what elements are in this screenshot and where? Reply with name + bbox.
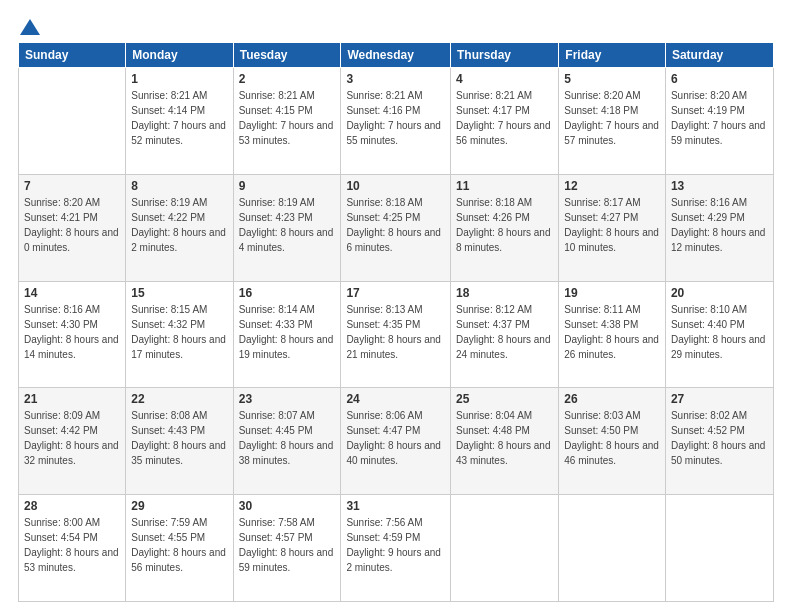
day-number: 26: [564, 392, 660, 406]
day-info: Sunrise: 8:08 AMSunset: 4:43 PMDaylight:…: [131, 408, 227, 468]
calendar-page: SundayMondayTuesdayWednesdayThursdayFrid…: [0, 0, 792, 612]
day-number: 21: [24, 392, 120, 406]
day-number: 23: [239, 392, 336, 406]
day-header-thursday: Thursday: [450, 43, 558, 68]
day-cell: 2Sunrise: 8:21 AMSunset: 4:15 PMDaylight…: [233, 68, 341, 175]
day-header-monday: Monday: [126, 43, 233, 68]
day-cell: 31Sunrise: 7:56 AMSunset: 4:59 PMDayligh…: [341, 495, 451, 602]
day-cell: 10Sunrise: 8:18 AMSunset: 4:25 PMDayligh…: [341, 174, 451, 281]
day-cell: 20Sunrise: 8:10 AMSunset: 4:40 PMDayligh…: [665, 281, 773, 388]
day-cell: [19, 68, 126, 175]
day-number: 22: [131, 392, 227, 406]
day-number: 2: [239, 72, 336, 86]
day-number: 27: [671, 392, 768, 406]
day-number: 31: [346, 499, 445, 513]
logo-icon: [19, 18, 41, 36]
day-number: 18: [456, 286, 553, 300]
day-info: Sunrise: 7:56 AMSunset: 4:59 PMDaylight:…: [346, 515, 445, 575]
header: [18, 18, 774, 32]
day-cell: 23Sunrise: 8:07 AMSunset: 4:45 PMDayligh…: [233, 388, 341, 495]
day-header-sunday: Sunday: [19, 43, 126, 68]
day-info: Sunrise: 8:19 AMSunset: 4:22 PMDaylight:…: [131, 195, 227, 255]
svg-marker-0: [20, 19, 40, 35]
day-cell: 22Sunrise: 8:08 AMSunset: 4:43 PMDayligh…: [126, 388, 233, 495]
day-number: 8: [131, 179, 227, 193]
day-cell: 4Sunrise: 8:21 AMSunset: 4:17 PMDaylight…: [450, 68, 558, 175]
week-row-4: 28Sunrise: 8:00 AMSunset: 4:54 PMDayligh…: [19, 495, 774, 602]
day-number: 7: [24, 179, 120, 193]
day-cell: 28Sunrise: 8:00 AMSunset: 4:54 PMDayligh…: [19, 495, 126, 602]
day-cell: 25Sunrise: 8:04 AMSunset: 4:48 PMDayligh…: [450, 388, 558, 495]
day-cell: 15Sunrise: 8:15 AMSunset: 4:32 PMDayligh…: [126, 281, 233, 388]
day-number: 24: [346, 392, 445, 406]
day-cell: [559, 495, 666, 602]
day-info: Sunrise: 8:16 AMSunset: 4:29 PMDaylight:…: [671, 195, 768, 255]
day-number: 29: [131, 499, 227, 513]
day-info: Sunrise: 7:58 AMSunset: 4:57 PMDaylight:…: [239, 515, 336, 575]
day-number: 3: [346, 72, 445, 86]
day-cell: 6Sunrise: 8:20 AMSunset: 4:19 PMDaylight…: [665, 68, 773, 175]
logo: [18, 18, 42, 32]
day-cell: 13Sunrise: 8:16 AMSunset: 4:29 PMDayligh…: [665, 174, 773, 281]
day-info: Sunrise: 8:20 AMSunset: 4:21 PMDaylight:…: [24, 195, 120, 255]
day-number: 28: [24, 499, 120, 513]
day-header-saturday: Saturday: [665, 43, 773, 68]
day-number: 25: [456, 392, 553, 406]
day-cell: 18Sunrise: 8:12 AMSunset: 4:37 PMDayligh…: [450, 281, 558, 388]
day-info: Sunrise: 8:00 AMSunset: 4:54 PMDaylight:…: [24, 515, 120, 575]
day-number: 19: [564, 286, 660, 300]
day-info: Sunrise: 8:11 AMSunset: 4:38 PMDaylight:…: [564, 302, 660, 362]
day-cell: 21Sunrise: 8:09 AMSunset: 4:42 PMDayligh…: [19, 388, 126, 495]
day-cell: 27Sunrise: 8:02 AMSunset: 4:52 PMDayligh…: [665, 388, 773, 495]
day-info: Sunrise: 8:21 AMSunset: 4:17 PMDaylight:…: [456, 88, 553, 148]
day-cell: 24Sunrise: 8:06 AMSunset: 4:47 PMDayligh…: [341, 388, 451, 495]
day-header-tuesday: Tuesday: [233, 43, 341, 68]
day-cell: 3Sunrise: 8:21 AMSunset: 4:16 PMDaylight…: [341, 68, 451, 175]
day-cell: 29Sunrise: 7:59 AMSunset: 4:55 PMDayligh…: [126, 495, 233, 602]
day-info: Sunrise: 8:02 AMSunset: 4:52 PMDaylight:…: [671, 408, 768, 468]
day-info: Sunrise: 8:13 AMSunset: 4:35 PMDaylight:…: [346, 302, 445, 362]
day-info: Sunrise: 8:12 AMSunset: 4:37 PMDaylight:…: [456, 302, 553, 362]
day-number: 1: [131, 72, 227, 86]
day-number: 5: [564, 72, 660, 86]
day-cell: 1Sunrise: 8:21 AMSunset: 4:14 PMDaylight…: [126, 68, 233, 175]
week-row-3: 21Sunrise: 8:09 AMSunset: 4:42 PMDayligh…: [19, 388, 774, 495]
day-info: Sunrise: 8:21 AMSunset: 4:15 PMDaylight:…: [239, 88, 336, 148]
day-number: 11: [456, 179, 553, 193]
day-info: Sunrise: 8:09 AMSunset: 4:42 PMDaylight:…: [24, 408, 120, 468]
day-info: Sunrise: 8:07 AMSunset: 4:45 PMDaylight:…: [239, 408, 336, 468]
day-number: 16: [239, 286, 336, 300]
day-cell: 30Sunrise: 7:58 AMSunset: 4:57 PMDayligh…: [233, 495, 341, 602]
day-number: 15: [131, 286, 227, 300]
day-info: Sunrise: 8:19 AMSunset: 4:23 PMDaylight:…: [239, 195, 336, 255]
day-header-wednesday: Wednesday: [341, 43, 451, 68]
day-cell: 14Sunrise: 8:16 AMSunset: 4:30 PMDayligh…: [19, 281, 126, 388]
day-number: 14: [24, 286, 120, 300]
day-number: 12: [564, 179, 660, 193]
day-info: Sunrise: 8:17 AMSunset: 4:27 PMDaylight:…: [564, 195, 660, 255]
day-number: 17: [346, 286, 445, 300]
day-number: 9: [239, 179, 336, 193]
week-row-1: 7Sunrise: 8:20 AMSunset: 4:21 PMDaylight…: [19, 174, 774, 281]
day-info: Sunrise: 8:15 AMSunset: 4:32 PMDaylight:…: [131, 302, 227, 362]
day-info: Sunrise: 8:18 AMSunset: 4:26 PMDaylight:…: [456, 195, 553, 255]
day-info: Sunrise: 8:20 AMSunset: 4:19 PMDaylight:…: [671, 88, 768, 148]
day-cell: 8Sunrise: 8:19 AMSunset: 4:22 PMDaylight…: [126, 174, 233, 281]
day-info: Sunrise: 8:16 AMSunset: 4:30 PMDaylight:…: [24, 302, 120, 362]
day-number: 13: [671, 179, 768, 193]
day-info: Sunrise: 7:59 AMSunset: 4:55 PMDaylight:…: [131, 515, 227, 575]
day-info: Sunrise: 8:03 AMSunset: 4:50 PMDaylight:…: [564, 408, 660, 468]
day-info: Sunrise: 8:21 AMSunset: 4:16 PMDaylight:…: [346, 88, 445, 148]
day-number: 20: [671, 286, 768, 300]
day-header-friday: Friday: [559, 43, 666, 68]
day-info: Sunrise: 8:14 AMSunset: 4:33 PMDaylight:…: [239, 302, 336, 362]
week-row-0: 1Sunrise: 8:21 AMSunset: 4:14 PMDaylight…: [19, 68, 774, 175]
day-info: Sunrise: 8:20 AMSunset: 4:18 PMDaylight:…: [564, 88, 660, 148]
day-info: Sunrise: 8:04 AMSunset: 4:48 PMDaylight:…: [456, 408, 553, 468]
day-cell: 5Sunrise: 8:20 AMSunset: 4:18 PMDaylight…: [559, 68, 666, 175]
day-number: 10: [346, 179, 445, 193]
day-cell: [665, 495, 773, 602]
week-row-2: 14Sunrise: 8:16 AMSunset: 4:30 PMDayligh…: [19, 281, 774, 388]
day-cell: 7Sunrise: 8:20 AMSunset: 4:21 PMDaylight…: [19, 174, 126, 281]
day-cell: [450, 495, 558, 602]
